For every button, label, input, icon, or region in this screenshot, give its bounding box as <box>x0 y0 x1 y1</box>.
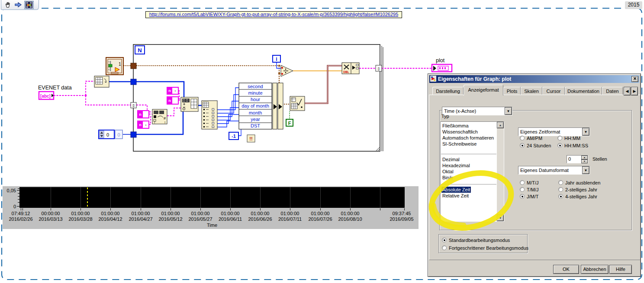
svg-text:-1: -1 <box>232 134 236 139</box>
time-format-combo[interactable]: Eigenes Zeitformat▼ <box>518 127 590 136</box>
xy-graph-terminal[interactable]: plot <box>432 57 452 72</box>
radio-hh-mm-ss[interactable]: HH:MM:SS <box>557 143 588 148</box>
dialog-titlebar[interactable]: Eigenschaften für Graph: plot × <box>429 75 639 83</box>
list-separator <box>441 184 496 184</box>
abbrechen-button[interactable]: Abbrechen <box>581 265 609 274</box>
radio-mtj[interactable]: M/T/J <box>520 180 539 185</box>
date-format-combo[interactable]: Eigenes Datumsformat▼ <box>518 166 590 175</box>
tunnel-blue-top[interactable] <box>131 79 136 85</box>
neg-one-constant[interactable]: -1 <box>229 132 238 140</box>
radio-fortgeschrittener-modus[interactable]: Fortgeschrittener Bearbeitungsmodus <box>442 245 528 251</box>
cluster-wire[interactable] <box>305 66 342 103</box>
list-item[interactable]: Oktal <box>441 169 454 175</box>
digits-stepper[interactable]: 0 ▲▼ <box>567 155 588 163</box>
iteration-terminal[interactable]: i <box>273 55 280 62</box>
forward-arrow-icon[interactable] <box>13 1 23 9</box>
radio-jmt[interactable]: J/M/T <box>520 194 539 199</box>
svg-text:n: n <box>168 89 171 93</box>
svg-text:!: ! <box>154 121 155 124</box>
zero-ghost-constant[interactable]: 0 <box>115 130 122 139</box>
tab-skalen[interactable]: Skalen <box>521 87 542 95</box>
node-datetime-to-timestamp[interactable] <box>290 96 305 111</box>
list-item[interactable]: Dezimal <box>441 156 460 162</box>
list-item[interactable]: Binär <box>441 175 454 181</box>
spinner-down-icon[interactable]: ▼ <box>581 159 588 163</box>
node-scan-strings[interactable] <box>202 101 217 129</box>
svg-text:[]: [] <box>133 104 135 107</box>
tab-daten[interactable]: Daten <box>602 87 623 95</box>
dialog-title: Eigenschaften für Graph: plot <box>438 76 631 82</box>
hilfe-button[interactable]: Hilfe <box>609 265 632 274</box>
loop-count-terminal: N <box>138 47 142 54</box>
radio-tmj[interactable]: T/M/J <box>520 187 539 192</box>
tab-scroll-right-icon[interactable]: ▶ <box>631 87 638 95</box>
vi-diagram-icon[interactable] <box>24 1 34 9</box>
radio-24-stunden[interactable]: 24 Stunden <box>520 143 551 148</box>
evenet-data-control[interactable]: EVENET data [abc] <box>38 85 72 99</box>
node-to-dbl-bundle[interactable]: DBL <box>342 63 359 74</box>
axis-select-combo[interactable]: Time (x-Achse)▼ <box>442 107 512 115</box>
divide-node[interactable] <box>281 65 293 76</box>
waveform-chart[interactable]: 0,05 0 07:49:122016/02/26 00:00:002016/0… <box>3 186 419 229</box>
n-string-constant-1[interactable]: n <box>138 111 149 118</box>
chevron-down-icon[interactable]: ▼ <box>505 107 512 115</box>
radio-4-stelliges-jahr[interactable]: 4-stelliges Jahr <box>558 194 597 199</box>
svg-text:!!: !! <box>249 136 252 141</box>
svg-text:minute: minute <box>248 90 262 95</box>
chart-cursor-line[interactable] <box>87 188 88 207</box>
chevron-down-icon[interactable]: ▼ <box>582 128 589 136</box>
scroll-down-icon[interactable]: ▼ <box>497 215 504 221</box>
listbox-scrollbar[interactable]: ▲ ▼ <box>497 122 504 221</box>
spinner-up-icon[interactable]: ▲ <box>581 156 588 159</box>
chart-plot-area[interactable] <box>19 187 405 208</box>
toolbar <box>1 0 39 10</box>
tunnel-blue-bottom[interactable] <box>131 132 136 137</box>
bang-node[interactable]: !! <box>247 135 255 142</box>
node-search-replace[interactable]: # !! <box>152 109 167 124</box>
node-spreadsheet-to-array[interactable] <box>181 97 198 111</box>
list-item[interactable]: Wissenschaftlich <box>441 129 479 135</box>
svg-text:month: month <box>249 110 262 115</box>
radio-standardbearbeitungsmodus[interactable]: Standardbearbeitungsmodus <box>442 237 510 243</box>
n-string-constant-3[interactable]: n - <box>167 87 178 94</box>
list-item-selected[interactable]: Absolute Zeit <box>441 187 471 193</box>
tab-scroll-left-icon[interactable]: ◀ <box>624 87 631 95</box>
list-separator <box>441 154 496 154</box>
subvi-icon[interactable]: 1 <box>106 57 123 75</box>
list-item[interactable]: Fließkomma <box>441 123 470 129</box>
radio-am-pm[interactable]: AM/PM <box>520 135 542 141</box>
n-string-constant-4[interactable]: n <box>167 97 178 104</box>
radio-2-stelliges-jahr[interactable]: 2-stelliges Jahr <box>558 187 597 192</box>
radio-jahr-ausblenden[interactable]: Jahr ausblenden <box>558 180 600 185</box>
list-item[interactable]: Relative Zeit <box>441 193 470 199</box>
tab-cursor[interactable]: Cursor <box>542 87 565 95</box>
chevron-down-icon[interactable]: ▼ <box>582 166 589 174</box>
block-diagram: N EVENET data [abc] <box>0 0 498 186</box>
hand-tool-icon[interactable] <box>3 1 12 9</box>
svg-text:DBL: DBL <box>343 70 349 73</box>
list-item[interactable]: Hexadezimal <box>441 162 471 169</box>
tunnel-output-autoindex[interactable]: [] <box>376 65 382 71</box>
zero-numeric-constant[interactable]: 0 <box>99 130 114 139</box>
ok-button[interactable]: OK <box>553 265 579 274</box>
node-array-grid[interactable] <box>94 76 109 87</box>
tab-darstellung[interactable]: Darstellung <box>432 87 464 95</box>
tab-anzeigeformat[interactable]: Anzeigeformat <box>464 85 503 95</box>
close-icon[interactable]: × <box>631 76 638 82</box>
tunnel-string-autoindex[interactable]: [] <box>131 102 136 108</box>
tab-dokumentation[interactable]: Dokumentation <box>565 87 602 95</box>
svg-text:n: n <box>139 112 142 117</box>
radio-hh-mm[interactable]: HH:MM <box>557 135 580 141</box>
bundle-by-name[interactable]: second minute hour day of month month ye… <box>239 83 283 129</box>
n-string-constant-2[interactable]: n - <box>138 121 149 128</box>
scroll-up-icon[interactable]: ▲ <box>497 122 504 128</box>
list-item[interactable]: Automatisch formatieren <box>441 135 495 141</box>
tunnel-brown[interactable] <box>131 63 136 69</box>
tab-plots[interactable]: Plots <box>503 87 521 95</box>
false-constant[interactable]: F <box>286 119 293 126</box>
svg-text:!: ! <box>164 121 165 124</box>
list-item[interactable]: SI-Schreibweise <box>441 141 477 147</box>
type-listbox[interactable]: Fließkomma Wissenschaftlich Automatisch … <box>440 121 504 222</box>
y-tick-label: 0,05 <box>3 188 16 193</box>
url-link[interactable]: http://forums.ni.com/t5/LabVIEW/XY-Graph… <box>145 11 402 18</box>
